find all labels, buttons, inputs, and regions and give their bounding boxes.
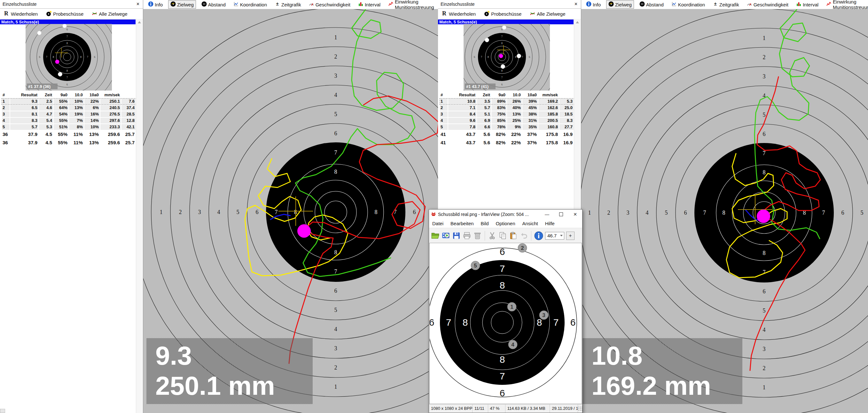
table-cell: 276.5 [100, 111, 121, 117]
resize-grip[interactable] [578, 406, 582, 411]
table-row[interactable]: 55.75.351%8%10%233.342.1 [2, 124, 140, 130]
close-icon[interactable]: ✕ [568, 210, 582, 219]
image-area: 88887777666612345 [429, 243, 582, 404]
panel-button-wiederholen[interactable]: RWiederholen [3, 10, 38, 18]
table-cell: 28.5 [122, 111, 135, 117]
toolbar-button-geschwindigkeit[interactable]: Geschwindigkeit [745, 0, 790, 9]
table-summary-row[interactable]: 3637.94.555%11%13%259.625.7 [2, 139, 140, 147]
match-header[interactable]: Match, 5 Schuss(e) [438, 20, 574, 24]
paste-icon[interactable] [509, 231, 518, 240]
toolbar-separator [531, 231, 531, 241]
open-icon[interactable] [431, 231, 440, 240]
toolbar-button-interval[interactable]: Interval [356, 0, 383, 9]
ring-label: 1 [334, 384, 337, 390]
table-summary-row[interactable]: 3637.94.555%11%13%259.625.7 [2, 130, 140, 138]
koordination-icon [671, 1, 677, 8]
scroll-up-icon[interactable] [138, 21, 141, 23]
svg-text:R: R [4, 10, 9, 17]
table-cell: 37.9 [10, 130, 38, 138]
copy-icon[interactable] [498, 231, 507, 240]
panel-button-probeschuesse[interactable]: Probeschüsse [46, 11, 84, 17]
toolbar-button-koordination[interactable]: Koordination [669, 0, 707, 9]
zoom-in-button[interactable]: + [566, 232, 575, 240]
toolbar-button-info[interactable]: Info [146, 0, 165, 9]
table-row[interactable]: 27.15.783%40%45%162.625.0 [440, 105, 578, 111]
toolbar-button-einwirkung[interactable]: Einwirkung Munitionsstreuung [386, 0, 438, 11]
toolbar-button-zeitgrafik[interactable]: ±Zeitgrafik [710, 0, 741, 9]
panel-button-probeschuesse[interactable]: Probeschüsse [484, 11, 521, 17]
table-row[interactable]: 38.45.175%13%38%185.818.5 [440, 111, 578, 117]
score-overlay: 9.3 250.1 mm [147, 338, 313, 404]
table-cell: 4.6 [39, 105, 53, 111]
table-summary-row[interactable]: 4143.75.682%22%37%175.816.9 [440, 130, 578, 138]
toolbar-button-zielweg[interactable]: Zielweg [168, 0, 196, 9]
ring-label: 8 [334, 169, 337, 175]
table-row[interactable]: 48.35.455%7%14%297.612.8 [2, 118, 140, 123]
toolbar-button-einwirkung[interactable]: Einwirkung Munitionsstreuung [824, 0, 868, 11]
menu-item-ansicht[interactable]: Ansicht [522, 221, 538, 226]
match-header[interactable]: Match, 5 Schuss(e) [0, 20, 135, 24]
ring-label: 6 [256, 209, 259, 215]
minimize-icon[interactable]: — [540, 210, 554, 219]
undo-icon[interactable] [520, 231, 528, 240]
table-row[interactable]: 26.54.664%13%6%240.537.4 [2, 105, 140, 111]
table-row[interactable]: 57.86.678%9%35%160.827.7 [440, 124, 578, 130]
table-cell: 250.1 [100, 98, 121, 104]
window-titlebar[interactable]: Schussbild real.png - IrfanView (Zoom: 5… [429, 210, 582, 219]
table-cell: 54% [54, 111, 68, 117]
selected-shot-dot[interactable] [757, 210, 770, 223]
table-cell: 9a0 [492, 92, 506, 98]
table-cell: 37.9 [10, 139, 38, 147]
ring-label: 7 [334, 268, 337, 275]
menu-item-bild[interactable]: Bild [481, 221, 489, 226]
panel-button-allezielwege[interactable]: Alle Zielwege [530, 11, 565, 17]
scroll-up-icon[interactable] [576, 21, 579, 23]
panel-button-allezielwege[interactable]: Alle Zielwege [92, 11, 127, 17]
image-info-icon[interactable] [534, 231, 543, 240]
table-cell: 8.1 [10, 111, 38, 117]
delete-icon[interactable] [473, 231, 482, 240]
table-cell: 10.8 [448, 98, 476, 104]
chevron-down-icon[interactable] [560, 235, 563, 236]
toolbar-button-abstand[interactable]: Abstand [637, 0, 666, 9]
ring-label: 5 [861, 210, 864, 216]
toolbar-button-abstand[interactable]: Abstand [199, 0, 228, 9]
table-cell: Zeit [39, 92, 53, 98]
menu-item-hilfe[interactable]: Hilfe [545, 221, 555, 226]
menu-item-optionen[interactable]: Optionen [496, 221, 515, 226]
toolbar-button-zielweg[interactable]: Zielweg [606, 0, 634, 9]
slideshow-icon[interactable] [441, 231, 450, 240]
toolbar-button-info[interactable]: Info [584, 0, 603, 9]
table-row[interactable]: 19.32.555%10%22%250.17.6 [2, 98, 140, 104]
close-icon[interactable]: ✕ [136, 0, 140, 8]
vertical-scrollbar[interactable] [136, 19, 143, 413]
table-cell: 7% [69, 118, 84, 123]
selected-shot-dot[interactable] [297, 224, 311, 238]
toolbar-button-interval[interactable]: Interval [794, 0, 821, 9]
table-row[interactable]: 110.83.589%26%39%169.25.3 [440, 98, 578, 104]
table-cell: mm/sek [100, 92, 121, 98]
print-icon[interactable] [463, 231, 471, 240]
thumbnail-caption: #1 43.7 (41) [466, 84, 489, 89]
close-icon[interactable]: ✕ [574, 0, 578, 8]
table-cell: mm/sek [538, 92, 559, 98]
table-row[interactable]: 38.14.754%19%16%276.528.5 [2, 111, 140, 117]
save-icon[interactable] [452, 231, 461, 240]
maximize-icon[interactable] [554, 210, 568, 219]
toolbar-button-zeitgrafik[interactable]: ±Zeitgrafik [272, 0, 303, 9]
window-toolbar: 46.7+ [429, 228, 582, 243]
toolbar-button-geschwindigkeit[interactable]: Geschwindigkeit [307, 0, 353, 9]
panel-button-wiederholen[interactable]: RWiederholen [441, 10, 476, 18]
table-summary-row[interactable]: 4143.75.682%22%37%175.816.9 [440, 139, 578, 147]
ring-label: 8 [501, 69, 503, 72]
menu-item-bearbeiten[interactable]: Bearbeiten [451, 221, 474, 226]
table-row[interactable]: 49.66.985%25%31%200.58.3 [440, 118, 578, 123]
menu-item-datei[interactable]: Datei [432, 221, 443, 226]
ring-label: 8 [763, 250, 766, 256]
zoom-input[interactable]: 46.7 [545, 232, 564, 240]
toolbar-button-koordination[interactable]: Koordination [231, 0, 269, 9]
panel-titlebar: Einzelschussliste ✕ [438, 0, 581, 9]
ring-label: 6 [39, 56, 40, 59]
cut-icon[interactable] [488, 231, 496, 240]
ring-label: 6 [763, 288, 766, 295]
